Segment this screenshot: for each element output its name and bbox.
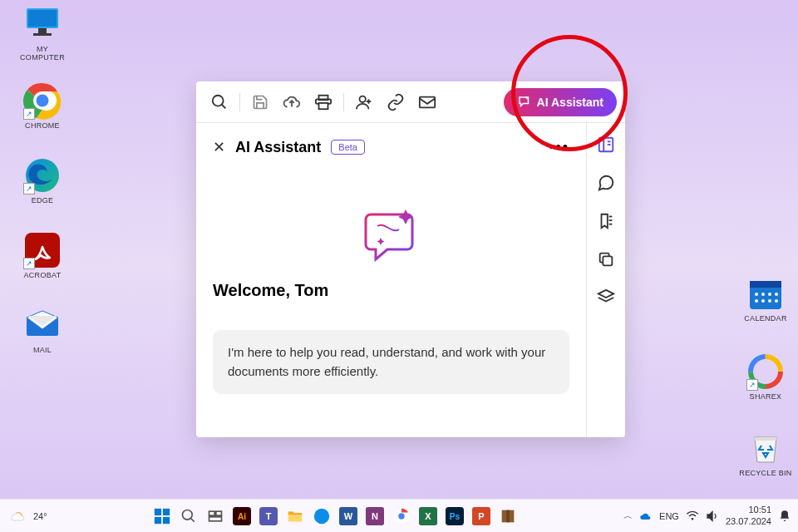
chrome-taskbar-icon[interactable] bbox=[390, 505, 413, 528]
excel-taskbar-icon[interactable]: X bbox=[416, 505, 440, 528]
email-icon[interactable] bbox=[412, 87, 442, 117]
powerpoint-taskbar-icon[interactable]: P bbox=[470, 505, 493, 528]
search-icon[interactable] bbox=[204, 87, 234, 117]
expand-icon[interactable] bbox=[596, 135, 616, 155]
svg-point-51 bbox=[314, 508, 329, 523]
svg-rect-46 bbox=[209, 516, 222, 520]
ai-panel: ✕ AI Assistant Beta ••• Welcome, Tom I'm… bbox=[196, 123, 587, 437]
svg-point-66 bbox=[692, 518, 692, 519]
copy-icon[interactable] bbox=[596, 249, 616, 269]
save-icon[interactable] bbox=[245, 87, 275, 117]
icon-label: SHAREX bbox=[736, 392, 795, 401]
ai-assistant-button[interactable]: AI Assistant bbox=[504, 88, 617, 116]
svg-point-12 bbox=[761, 293, 765, 296]
bookmark-icon[interactable] bbox=[596, 211, 616, 231]
svg-rect-30 bbox=[420, 96, 435, 107]
svg-point-27 bbox=[360, 96, 366, 101]
calendar-app-icon bbox=[746, 274, 785, 313]
photoshop-taskbar-icon[interactable]: Ps bbox=[443, 505, 466, 528]
comment-icon[interactable] bbox=[596, 173, 616, 193]
svg-point-18 bbox=[775, 299, 778, 303]
close-icon[interactable]: ✕ bbox=[213, 138, 225, 156]
icon-label: ACROBAT bbox=[13, 271, 71, 279]
svg-rect-65 bbox=[507, 510, 510, 522]
svg-rect-39 bbox=[163, 508, 170, 515]
svg-marker-67 bbox=[707, 511, 712, 520]
sharex-logo-icon: ↗ bbox=[746, 352, 785, 391]
svg-point-16 bbox=[761, 299, 765, 303]
svg-rect-26 bbox=[319, 102, 328, 108]
date: 23.07.2024 bbox=[726, 516, 771, 527]
beta-badge: Beta bbox=[331, 140, 365, 155]
chrome-icon[interactable]: ↗ CHROME bbox=[13, 81, 71, 130]
icon-label: RECYCLE BIN bbox=[736, 469, 795, 477]
shortcut-arrow-icon: ↗ bbox=[746, 379, 758, 391]
language-indicator[interactable]: ENG bbox=[659, 511, 679, 521]
mail-icon[interactable]: MAIL bbox=[13, 306, 71, 354]
start-button[interactable] bbox=[150, 505, 174, 528]
svg-text:Ps: Ps bbox=[450, 511, 461, 520]
taskbar: 24° Ai T W N X Ps P ︿ ENG 10:51 23.07.20… bbox=[0, 499, 798, 532]
envelope-icon bbox=[23, 306, 62, 344]
svg-point-13 bbox=[768, 293, 771, 296]
toolbar: AI Assistant bbox=[196, 81, 625, 123]
svg-rect-31 bbox=[599, 138, 613, 152]
acrobat-icon[interactable]: ↗ ACROBAT bbox=[13, 231, 71, 279]
svg-rect-10 bbox=[750, 281, 781, 288]
word-taskbar-icon[interactable]: W bbox=[337, 505, 360, 528]
wifi-tray-icon[interactable] bbox=[686, 510, 699, 523]
icon-label: MY COMPUTER bbox=[13, 45, 71, 62]
illustrator-taskbar-icon[interactable]: Ai bbox=[230, 505, 254, 528]
time: 10:51 bbox=[726, 505, 771, 515]
add-user-icon[interactable] bbox=[349, 87, 379, 117]
acrobat-logo-icon: ↗ bbox=[23, 231, 62, 269]
notifications-tray-icon[interactable] bbox=[778, 510, 791, 523]
recycle-bin-icon[interactable]: RECYCLE BIN bbox=[736, 429, 795, 477]
edge-icon[interactable]: ↗ EDGE bbox=[13, 156, 71, 204]
cloud-upload-icon[interactable] bbox=[277, 87, 307, 117]
acrobat-window: AI Assistant ✕ AI Assistant Beta ••• Wel… bbox=[196, 81, 625, 437]
volume-tray-icon[interactable] bbox=[706, 510, 719, 523]
onedrive-tray-icon[interactable] bbox=[639, 510, 653, 523]
svg-rect-35 bbox=[603, 256, 612, 265]
weather-widget[interactable] bbox=[7, 505, 30, 528]
svg-rect-45 bbox=[216, 511, 222, 515]
layers-icon[interactable] bbox=[596, 288, 616, 308]
edge-taskbar-icon[interactable] bbox=[310, 505, 333, 528]
svg-text:T: T bbox=[266, 510, 272, 520]
onenote-taskbar-icon[interactable]: N bbox=[363, 505, 387, 528]
teams-taskbar-icon[interactable]: T bbox=[257, 505, 280, 528]
tray-chevron-icon[interactable]: ︿ bbox=[623, 510, 633, 522]
shortcut-arrow-icon: ↗ bbox=[23, 183, 35, 195]
svg-line-24 bbox=[222, 104, 226, 108]
svg-point-23 bbox=[213, 95, 224, 106]
svg-rect-40 bbox=[155, 516, 161, 523]
ai-hero-icon bbox=[354, 198, 429, 273]
sharex-icon[interactable]: ↗ SHAREX bbox=[736, 352, 795, 401]
svg-rect-3 bbox=[33, 33, 52, 36]
svg-point-17 bbox=[768, 299, 771, 303]
more-menu-icon[interactable]: ••• bbox=[549, 139, 569, 156]
calendar-icon[interactable]: CALENDAR bbox=[736, 274, 795, 323]
print-icon[interactable] bbox=[308, 87, 338, 117]
explorer-taskbar-icon[interactable] bbox=[283, 505, 307, 528]
winrar-taskbar-icon[interactable] bbox=[496, 505, 520, 528]
shortcut-arrow-icon: ↗ bbox=[23, 108, 35, 120]
panel-title: AI Assistant bbox=[235, 139, 321, 156]
svg-rect-2 bbox=[38, 28, 47, 33]
sparkle-chat-icon bbox=[517, 95, 532, 110]
intro-message: I'm here to help you read, understand, a… bbox=[213, 330, 569, 394]
search-taskbar-icon[interactable] bbox=[177, 505, 200, 528]
weather-temp: 24° bbox=[33, 511, 47, 521]
taskview-icon[interactable] bbox=[204, 505, 227, 528]
my-computer-icon[interactable]: MY COMPUTER bbox=[13, 5, 71, 62]
edge-logo-icon: ↗ bbox=[23, 156, 62, 195]
icon-label: CALENDAR bbox=[736, 314, 795, 323]
icon-label: MAIL bbox=[13, 346, 71, 354]
svg-point-15 bbox=[755, 299, 758, 303]
link-icon[interactable] bbox=[381, 87, 411, 117]
side-tools bbox=[587, 123, 625, 437]
bin-icon bbox=[746, 429, 785, 467]
clock[interactable]: 10:51 23.07.2024 bbox=[726, 505, 771, 526]
svg-point-42 bbox=[183, 510, 193, 520]
